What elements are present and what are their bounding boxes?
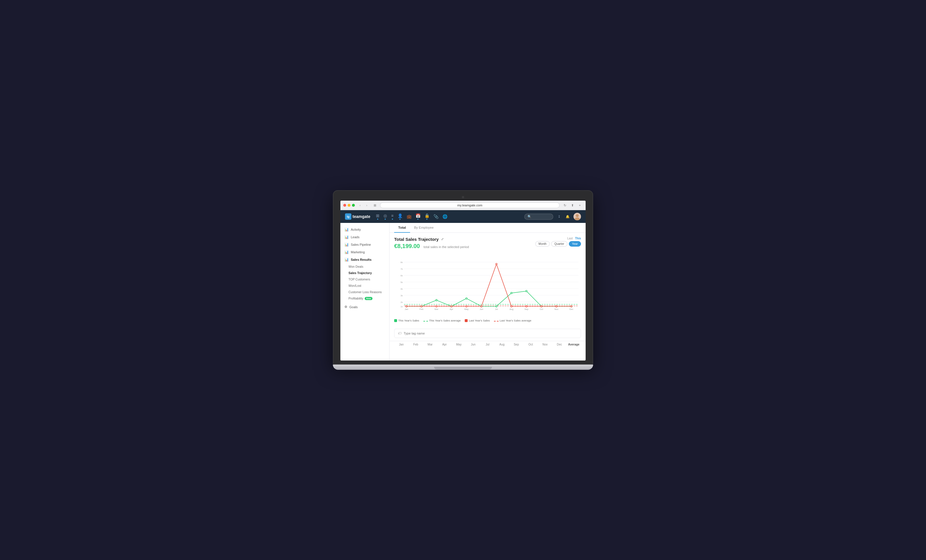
last-year-dot (496, 263, 497, 265)
grid-icon: ⊞ (376, 213, 380, 218)
tab-total[interactable]: Total (394, 223, 410, 233)
last-year-dot (570, 306, 572, 307)
chart-title: Total Sales Trajectory ⤢ (394, 237, 469, 242)
nav-book[interactable]: ≡ (391, 213, 393, 220)
month-oct: Oct (524, 343, 538, 346)
period-controls: Last This Month Quarter Year (535, 237, 581, 247)
brand: tg teamgate (345, 213, 370, 220)
chart-title-text: Total Sales Trajectory (394, 237, 439, 242)
bar-chart-icon: 📊 (344, 243, 349, 247)
legend-last-year-sales: Last Year's Sales (465, 319, 490, 322)
sidebar-sub-won-deals[interactable]: Won Deals (340, 263, 389, 270)
tab-by-employee[interactable]: By Employee (410, 223, 438, 233)
close-button[interactable] (343, 204, 346, 207)
browser-actions: ↻ ⬆ + (562, 202, 583, 208)
this-year-dot (496, 306, 497, 307)
tag-input[interactable] (404, 332, 577, 335)
sidebar-label-sales-pipeline: Sales Pipeline (351, 243, 371, 246)
top-nav: tg teamgate ⊞ ◎ ≡ (340, 210, 586, 223)
main-content: 📊 Activity 📊 Leads 📊 Sales Pipeline (340, 223, 586, 361)
month-apr: Apr (437, 343, 452, 346)
sidebar-sub-profitability[interactable]: Profitability New (340, 295, 389, 302)
month-nov: Nov (538, 343, 552, 346)
nav-lock[interactable]: 🔒 (425, 213, 430, 220)
sidebar-item-sales-pipeline[interactable]: 📊 Sales Pipeline (340, 241, 389, 248)
chart-section: Total Sales Trajectory ⤢ €8,199.00 total… (390, 233, 586, 326)
nav-dot (392, 219, 393, 220)
chart-container: 8k 7k 6k 5k 4k 3k 2k 1k (394, 252, 581, 322)
new-badge: New (365, 297, 372, 300)
nav-paperclip[interactable]: 📎 (434, 214, 439, 219)
sidebar-item-marketing[interactable]: 📊 Marketing (340, 248, 389, 256)
sidebar-label-goals: Goals (350, 305, 358, 309)
svg-text:Apr: Apr (450, 308, 453, 311)
nav-dot (417, 219, 418, 220)
month-button[interactable]: Month (535, 241, 550, 247)
nav-person[interactable]: 👤 (398, 213, 402, 220)
sidebar-item-leads[interactable]: 📊 Leads (340, 233, 389, 241)
this-year-dot (511, 292, 512, 294)
expand-icon[interactable]: ⤢ (441, 237, 443, 241)
sidebar-item-goals[interactable]: ⚙ Goals (340, 303, 389, 311)
legend-last-year-avg-label: Last Year's Sales average (500, 319, 531, 322)
minimize-button[interactable] (348, 204, 351, 207)
lock-icon: 🔒 (425, 213, 430, 218)
svg-point-1 (575, 217, 580, 220)
bell-icon[interactable]: 🔔 (565, 214, 570, 219)
year-button[interactable]: Year (569, 241, 581, 247)
person-icon: 👤 (398, 213, 402, 218)
quarter-button[interactable]: Quarter (551, 241, 567, 247)
legend-this-year-sales-label: This Year's Sales (398, 319, 419, 322)
svg-text:Dec: Dec (569, 308, 573, 311)
svg-text:3k: 3k (401, 294, 403, 297)
url-bar[interactable]: my.teamgate.com (380, 202, 560, 208)
sidebar-sub-label-profitability: Profitability (348, 297, 363, 300)
last-year-dot (555, 306, 557, 307)
bar-chart-icon: 📊 (344, 235, 349, 239)
svg-text:7k: 7k (401, 268, 403, 270)
month-sep: Sep (509, 343, 524, 346)
tab-switcher-icon[interactable]: ⊞ (372, 202, 378, 208)
forward-button[interactable]: › (364, 202, 369, 208)
month-jun: Jun (466, 343, 480, 346)
notification-icon[interactable]: ↧ (556, 214, 562, 219)
nav-grid[interactable]: ⊞ (376, 213, 380, 220)
month-dec: Dec (552, 343, 567, 346)
share-icon[interactable]: ⬆ (569, 202, 575, 208)
this-year-dot (466, 298, 467, 299)
sidebar-label-leads: Leads (351, 235, 360, 239)
content-area: Total By Employee Total Sales Trajectory… (390, 223, 586, 361)
legend-this-year-avg-label: This Year's Sales average (429, 319, 461, 322)
search-box[interactable]: 🔍 (524, 214, 553, 220)
avatar[interactable] (573, 213, 581, 220)
sidebar-item-sales-results[interactable]: 📊 Sales Results (340, 256, 389, 263)
sidebar-sub-label-won-lost: Won/Lost (348, 284, 361, 287)
new-tab-icon[interactable]: + (577, 202, 583, 208)
nav-calendar[interactable]: 📅 (416, 213, 421, 220)
svg-text:Mar: Mar (435, 308, 439, 311)
last-year-dot (481, 306, 482, 307)
nav-globe[interactable]: 🌐 (442, 214, 447, 219)
traffic-lights (343, 204, 355, 207)
sidebar-sub-customer-loss-reasons[interactable]: Customer Loss Reasons (340, 289, 389, 295)
nav-target[interactable]: ◎ (383, 213, 387, 220)
sidebar-sub-top-customers[interactable]: TOP Customers (340, 276, 389, 282)
nav-briefcase[interactable]: 💼 (407, 214, 412, 219)
svg-text:Aug: Aug (510, 308, 514, 311)
svg-text:Oct: Oct (540, 308, 543, 311)
maximize-button[interactable] (352, 204, 355, 207)
sidebar-item-activity[interactable]: 📊 Activity (340, 226, 389, 233)
sidebar-sub-sales-trajectory[interactable]: Sales Trajectory (340, 270, 389, 276)
back-button[interactable]: ‹ (357, 202, 363, 208)
last-this-toggle: Last This (567, 237, 581, 240)
reload-icon[interactable]: ↻ (562, 202, 568, 208)
svg-point-0 (576, 214, 579, 217)
chart-header: Total Sales Trajectory ⤢ €8,199.00 total… (394, 237, 581, 249)
tag-input-section: 🏷 (394, 329, 581, 338)
this-label: This (575, 237, 581, 240)
chart-svg: 8k 7k 6k 5k 4k 3k 2k 1k (394, 252, 581, 316)
last-year-dot (451, 306, 452, 307)
bar-chart-icon: 📊 (344, 258, 349, 262)
month-aug: Aug (495, 343, 509, 346)
sidebar-sub-won-lost[interactable]: Won/Lost (340, 282, 389, 289)
